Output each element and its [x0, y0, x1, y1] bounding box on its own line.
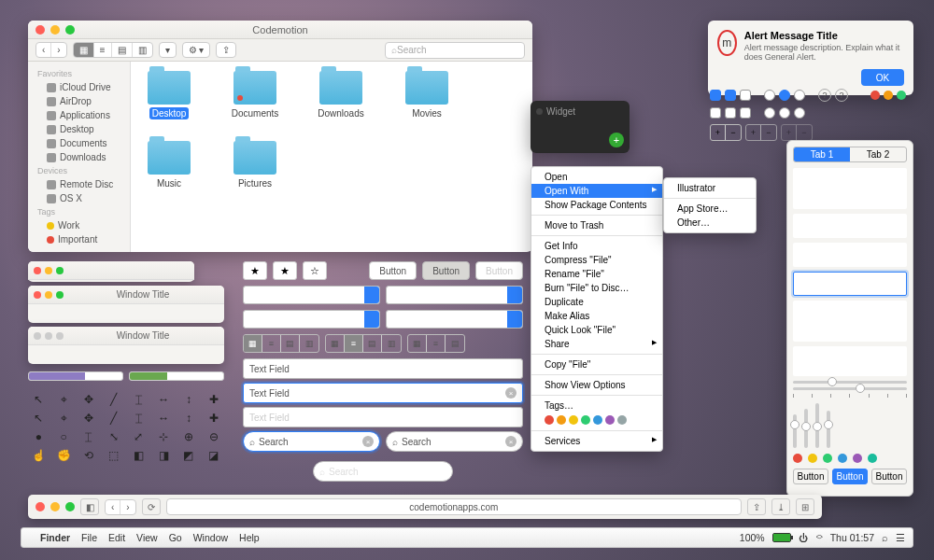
tag-color[interactable] [617, 415, 627, 425]
zoom-icon[interactable] [56, 291, 64, 299]
color-swatch[interactable] [808, 454, 817, 463]
zoom-icon[interactable] [56, 267, 64, 274]
close-icon[interactable] [34, 267, 41, 274]
color-swatch[interactable] [853, 454, 862, 463]
minimize-icon[interactable] [50, 25, 60, 35]
vertical-slider[interactable] [804, 409, 808, 448]
push-button[interactable]: Button [369, 261, 417, 280]
checkbox[interactable] [710, 107, 721, 119]
notifications-icon[interactable]: ☰ [896, 532, 905, 543]
sidebar-item[interactable]: iCloud Drive [28, 80, 130, 94]
menu-item[interactable]: App Store… [664, 202, 756, 216]
view-switcher[interactable]: ▦≡▤▥ [73, 42, 153, 58]
menu-item[interactable]: Make Alias [531, 309, 662, 323]
menu-item[interactable]: Share [531, 337, 662, 351]
checkbox[interactable] [740, 107, 751, 119]
radio[interactable] [764, 107, 775, 119]
minimize-icon[interactable] [50, 502, 60, 511]
color-swatch[interactable] [868, 454, 877, 463]
close-icon[interactable] [35, 502, 45, 511]
tab-1[interactable]: Tab 1 [794, 147, 850, 161]
clear-icon[interactable]: × [362, 436, 374, 447]
clear-icon[interactable]: × [505, 387, 517, 399]
radio[interactable] [779, 107, 790, 119]
menu-item[interactable]: View [136, 532, 158, 543]
stepper[interactable]: +− [745, 124, 777, 141]
text-field-placeholder[interactable]: Text Field [243, 407, 523, 427]
menubar-time[interactable]: Thu 01:57 [830, 532, 874, 543]
tabs-icon[interactable]: ⊞ [796, 498, 814, 515]
help-icon[interactable]: ? [835, 89, 848, 102]
push-button-selected[interactable]: Button [422, 261, 470, 280]
search-input[interactable]: ⌕ Search [385, 42, 525, 59]
folder-item[interactable]: Music [140, 141, 198, 189]
zoom-icon[interactable] [56, 332, 64, 340]
menu-item[interactable]: Window [193, 532, 228, 543]
menu-item[interactable]: Rename "File" [531, 267, 662, 281]
close-icon[interactable] [536, 108, 543, 115]
content-box-focused[interactable] [793, 272, 907, 296]
menu-item[interactable]: Show Package Contents [531, 198, 662, 212]
menu-item[interactable]: Finder [40, 532, 70, 543]
close-icon[interactable] [35, 25, 45, 35]
close-icon[interactable] [34, 291, 41, 299]
context-submenu[interactable]: IllustratorApp Store…Other… [663, 177, 757, 233]
share-button[interactable]: ⇪ [216, 42, 236, 58]
sidebar-item[interactable]: AirDrop [28, 94, 130, 108]
tag-color[interactable] [605, 415, 615, 425]
menu-item[interactable]: Move to Trash [531, 218, 662, 232]
search-field[interactable]: ⌕ Search× [386, 431, 523, 452]
sidebar-item[interactable]: Documents [28, 136, 130, 150]
wifi-icon[interactable]: ⌔ [816, 532, 823, 543]
sidebar-item[interactable]: Downloads [28, 150, 130, 164]
checkbox[interactable] [710, 90, 721, 101]
clear-icon[interactable]: × [505, 436, 517, 447]
zoom-icon[interactable] [65, 502, 75, 511]
menu-item[interactable]: Copy "File" [531, 357, 662, 371]
tag-color[interactable] [581, 415, 590, 425]
popup-button[interactable] [386, 286, 523, 304]
arrange-menu[interactable]: ▾ [159, 42, 177, 58]
nav-back-forward[interactable]: ‹› [105, 499, 136, 515]
star-button[interactable]: ☆ [303, 261, 327, 280]
sidebar-item[interactable]: Desktop [28, 122, 130, 136]
checkbox[interactable] [740, 90, 751, 101]
color-swatch[interactable] [823, 454, 832, 463]
checkbox[interactable] [725, 90, 736, 101]
menu-item[interactable]: Quick Look "File" [531, 323, 662, 337]
folder-item[interactable]: Movies [398, 71, 456, 119]
zoom-icon[interactable] [65, 25, 75, 35]
share-icon[interactable]: ⇪ [747, 498, 766, 515]
popup-button[interactable] [243, 286, 380, 304]
text-field[interactable]: Text Field [243, 358, 523, 379]
color-swatch[interactable] [793, 454, 802, 463]
menu-item[interactable]: Illustrator [664, 181, 756, 195]
star-button[interactable]: ★ [243, 261, 267, 280]
menu-item[interactable]: Other… [664, 216, 756, 230]
sidebar-item[interactable]: Remote Disc [28, 177, 130, 191]
slider[interactable] [793, 387, 907, 390]
stepper[interactable]: +− [710, 124, 742, 141]
star-button[interactable]: ★ [273, 261, 297, 280]
menu-item[interactable]: Go [169, 532, 182, 543]
radio[interactable] [764, 90, 775, 101]
menu-item[interactable]: File [81, 532, 97, 543]
vertical-slider[interactable] [815, 403, 819, 448]
segmented-control[interactable]: ▦≡▤▥ [325, 334, 402, 353]
tag-color[interactable] [545, 415, 554, 425]
context-menu[interactable]: OpenOpen WithShow Package ContentsMove t… [531, 166, 663, 452]
close-icon[interactable] [34, 332, 41, 340]
action-menu[interactable]: ⚙ ▾ [182, 42, 211, 58]
tag-color[interactable] [593, 415, 602, 425]
panel-button-selected[interactable]: Button [832, 469, 868, 484]
sidebar-tag[interactable]: Work [28, 218, 130, 232]
radio[interactable] [779, 90, 790, 101]
folder-item[interactable]: Desktop [140, 71, 198, 119]
minimize-icon[interactable] [45, 332, 52, 340]
color-swatch[interactable] [838, 454, 847, 463]
menu-item[interactable]: Burn "File" to Disc… [531, 281, 662, 295]
finder-titlebar[interactable]: Codemotion [28, 21, 532, 39]
tag-color[interactable] [569, 415, 578, 425]
address-bar[interactable]: codemotionapps.com [166, 498, 742, 515]
panel-button[interactable]: Button [871, 469, 907, 484]
